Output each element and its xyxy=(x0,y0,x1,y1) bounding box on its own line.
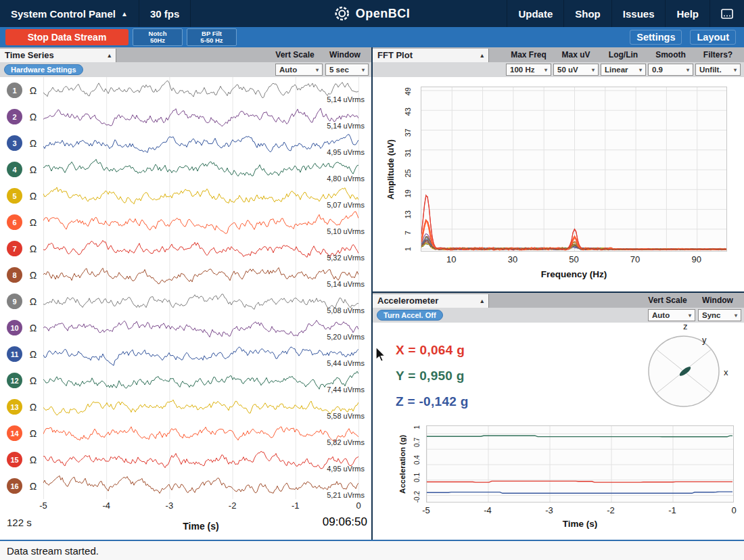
vert-scale-dropdown[interactable]: Auto ▾ xyxy=(275,64,323,76)
impedance-check-button[interactable]: Ω xyxy=(27,191,39,202)
impedance-check-button[interactable]: Ω xyxy=(27,243,39,254)
layout-button[interactable]: Layout xyxy=(690,30,736,45)
impedance-check-button[interactable]: Ω xyxy=(27,85,39,96)
dropdown-caret-icon: ▾ xyxy=(734,67,737,73)
status-bar: Data stream started. xyxy=(0,540,744,560)
time-series-title-dropdown[interactable]: Time Series ▴ xyxy=(0,49,116,62)
axis-tick: 0.4 xyxy=(413,455,421,465)
axis-tick: 7 xyxy=(404,231,412,235)
channel-number-button[interactable]: 5 xyxy=(7,188,22,204)
channel-number-button[interactable]: 13 xyxy=(7,399,22,415)
max-uv-dropdown[interactable]: 50 uV▾ xyxy=(553,64,599,76)
vert-scale-dropdown[interactable]: Auto▾ xyxy=(648,309,695,321)
window-dropdown[interactable]: 5 sec ▾ xyxy=(325,64,369,76)
channel-number-button[interactable]: 6 xyxy=(7,214,22,230)
smooth-dropdown[interactable]: 0.9▾ xyxy=(648,64,693,76)
dropdown-value: Sync xyxy=(702,311,721,319)
bandpass-filter-button[interactable]: BP Filt 5-50 Hz xyxy=(187,28,237,46)
channel-waveform xyxy=(43,77,358,103)
bandpass-line2: 5-50 Hz xyxy=(200,37,223,44)
channel-waveform xyxy=(43,130,358,156)
impedance-check-button[interactable]: Ω xyxy=(27,164,39,175)
channel-row: 6Ω5,10 uVrms xyxy=(0,209,371,235)
channel-waveform xyxy=(43,262,358,288)
channel-number-button[interactable]: 15 xyxy=(7,452,22,467)
max-freq-dropdown[interactable]: 100 Hz▾ xyxy=(506,64,551,76)
impedance-check-button[interactable]: Ω xyxy=(27,217,39,228)
channel-number-button[interactable]: 9 xyxy=(7,294,22,309)
channel-number-button[interactable]: 11 xyxy=(7,346,22,362)
system-control-panel-button[interactable]: System Control Panel ▲ xyxy=(0,0,139,27)
dropdown-caret-icon: ▾ xyxy=(316,67,319,73)
channel-number-button[interactable]: 2 xyxy=(7,109,22,124)
ts-x-ticks: -5-4-3-2-10 xyxy=(0,500,371,511)
impedance-check-button[interactable]: Ω xyxy=(27,112,39,122)
axis-tick: -4 xyxy=(102,500,110,511)
dropdown-caret-icon: ▾ xyxy=(639,67,642,73)
channel-row: 5Ω5,07 uVrms xyxy=(0,183,371,209)
axis-tick: -5 xyxy=(39,500,47,511)
dropdown-caret-icon: ▾ xyxy=(362,67,365,73)
impedance-check-button[interactable]: Ω xyxy=(27,138,39,149)
impedance-check-button[interactable]: Ω xyxy=(27,323,39,333)
impedance-check-button[interactable]: Ω xyxy=(27,375,39,386)
axis-tick: -3 xyxy=(166,500,174,511)
axis-tick: 50 xyxy=(569,254,578,264)
channel-number-button[interactable]: 8 xyxy=(7,267,22,283)
notch-filter-button[interactable]: Notch 50Hz xyxy=(133,28,183,46)
channel-number-button[interactable]: 7 xyxy=(7,241,22,256)
channel-number-button[interactable]: 16 xyxy=(7,478,22,494)
channel-number-button[interactable]: 12 xyxy=(7,373,22,388)
accel-x-value: X = 0,064 g xyxy=(396,343,465,358)
axis-tick: 0 xyxy=(731,505,736,515)
turn-accel-off-button[interactable]: Turn Accel. Off xyxy=(377,310,443,321)
channel-number-button[interactable]: 14 xyxy=(7,425,22,441)
issues-button[interactable]: Issues xyxy=(611,0,666,27)
axis-tick: 25 xyxy=(404,169,412,177)
accelerometer-title-dropdown[interactable]: Accelerometer ▴ xyxy=(373,294,489,308)
panel-title: Accelerometer xyxy=(377,296,438,306)
log-lin-dropdown[interactable]: Linear▾ xyxy=(601,64,646,76)
window-dropdown[interactable]: Sync▾ xyxy=(698,309,741,321)
channel-waveform xyxy=(43,156,358,183)
help-label: Help xyxy=(676,8,699,20)
channel-uvrms-label: 5,14 uVrms xyxy=(327,95,365,103)
axis-tick: -4 xyxy=(484,505,492,515)
current-time-label: 09:06:50 xyxy=(323,515,367,529)
top-nav-bar: System Control Panel ▲ 30 fps OpenBCI Up… xyxy=(0,0,744,27)
fft-title-dropdown[interactable]: FFT Plot ▴ xyxy=(373,49,489,62)
channel-number-button[interactable]: 3 xyxy=(7,135,22,151)
impedance-check-button[interactable]: Ω xyxy=(27,454,39,465)
impedance-check-button[interactable]: Ω xyxy=(27,296,39,307)
dropdown-caret-icon: ▾ xyxy=(544,67,547,73)
channel-number-button[interactable]: 1 xyxy=(7,83,22,98)
filters-dropdown[interactable]: Unfilt.▾ xyxy=(695,64,741,76)
hardware-settings-button[interactable]: Hardware Settings xyxy=(4,64,83,75)
shop-button[interactable]: Shop xyxy=(563,0,611,27)
impedance-check-button[interactable]: Ω xyxy=(27,349,39,360)
filters-label: Filters? xyxy=(695,50,741,60)
impedance-check-button[interactable]: Ω xyxy=(27,481,39,492)
window-label: Window xyxy=(697,296,739,305)
stop-data-stream-button[interactable]: Stop Data Stream xyxy=(5,29,129,45)
channel-number-button[interactable]: 4 xyxy=(7,162,22,177)
impedance-check-button[interactable]: Ω xyxy=(27,270,39,281)
help-button[interactable]: Help xyxy=(665,0,710,27)
openbci-gui-window: System Control Panel ▲ 30 fps OpenBCI Up… xyxy=(0,0,744,560)
channel-waveform xyxy=(43,446,358,473)
channel-waveform xyxy=(43,209,358,235)
impedance-check-button[interactable]: Ω xyxy=(27,402,39,413)
channel-uvrms-label: 5,44 uVrms xyxy=(327,359,365,367)
channel-uvrms-label: 4,95 uVrms xyxy=(327,148,365,156)
console-window-button[interactable] xyxy=(710,0,744,27)
axis-tick: 70 xyxy=(630,254,640,264)
console-window-icon xyxy=(721,9,733,19)
channel-number-button[interactable]: 10 xyxy=(7,320,22,335)
channel-row: 9Ω5,08 uVrms xyxy=(0,288,371,314)
smooth-label: Smooth xyxy=(648,50,693,60)
elapsed-time-label: 122 s xyxy=(7,517,32,528)
settings-button[interactable]: Settings xyxy=(630,30,682,45)
update-button[interactable]: Update xyxy=(507,0,563,27)
channel-uvrms-label: 5,14 uVrms xyxy=(327,280,365,288)
impedance-check-button[interactable]: Ω xyxy=(27,428,39,439)
